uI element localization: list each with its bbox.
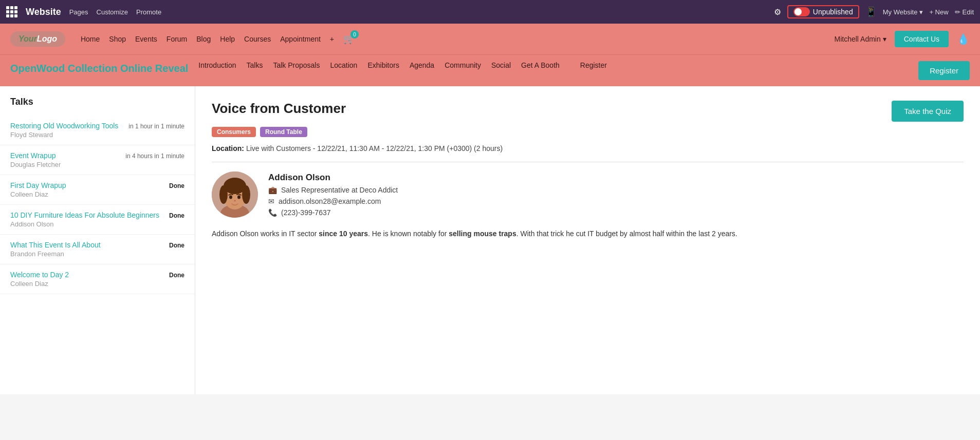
talk-time-done: Done [169,272,184,279]
talk-time: in 4 hours in 1 minute [125,152,184,160]
email-icon: ✉ [268,197,274,205]
nav-right: Mitchell Admin ▾ Contact Us 💧 [834,31,970,47]
logo-logo: Logo [37,34,57,44]
phone-icon: 📞 [268,208,277,217]
nav-appointment[interactable]: Appointment [280,35,321,43]
subnav-get-a-booth[interactable]: Get A Booth [521,61,560,69]
talk-time-done: Done [169,182,184,189]
event-nav: OpenWood Collection Online Reveal Introd… [0,54,980,86]
nav-plus[interactable]: + [330,35,334,43]
speaker-avatar [212,171,258,218]
cart-badge: 0 [350,30,359,39]
talk-item[interactable]: 10 DIY Furniture Ideas For Absolute Begi… [0,205,195,235]
new-btn[interactable]: + New [929,8,948,16]
location-row: Location: Live with Customers - 12/22/21… [212,144,964,162]
speaker-role: 💼 Sales Representative at Deco Addict [268,186,398,194]
event-title: OpenWood Collection Online Reveal [10,61,188,75]
speaker-info: Addison Olson 💼 Sales Representative at … [268,171,398,218]
talk-speaker: Colleen Diaz [10,280,184,288]
sidebar: Talks Restoring Old Woodworking Tools in… [0,86,195,394]
detail-title: Voice from Customer [212,101,346,117]
nav-blog[interactable]: Blog [196,35,211,43]
speaker-phone: 📞 (223)-399-7637 [268,208,398,217]
nav-events[interactable]: Events [135,35,157,43]
talk-title[interactable]: Event Wrapup [10,151,56,160]
talk-speaker: Colleen Diaz [10,190,184,198]
speaker-email: ✉ addison.olson28@example.com [268,197,398,205]
subnav-social[interactable]: Social [491,61,511,69]
nav-help[interactable]: Help [220,35,235,43]
talk-item[interactable]: What This Event Is All About Done Brando… [0,235,195,264]
detail-panel: Voice from Customer Take the Quiz Consum… [195,86,980,394]
talk-time-done: Done [169,242,184,249]
subnav-exhibitors[interactable]: Exhibitors [367,61,399,69]
nav-cart[interactable]: 🛒 0 [343,33,355,45]
my-website-btn[interactable]: My Website ▾ [883,8,923,16]
tag-row: Consumers Round Table [212,127,964,137]
subnav-location[interactable]: Location [330,61,357,69]
talk-speaker: Brandon Freeman [10,250,184,258]
speaker-section: Addison Olson 💼 Sales Representative at … [212,171,964,218]
talk-time-done: Done [169,212,184,219]
talk-speaker: Floyd Steward [10,131,184,139]
sidebar-title: Talks [0,97,195,116]
subnav-community[interactable]: Community [445,61,481,69]
unpublished-label: Unpublished [813,8,853,16]
subnav-talk-proposals[interactable]: Talk Proposals [273,61,320,69]
subnav-register[interactable]: Register [580,61,607,69]
pencil-icon: ✏ [955,8,960,16]
subnav-agenda[interactable]: Agenda [410,61,434,69]
website-nav: Your Logo Home Shop Events Forum Blog He… [0,24,980,54]
contact-us-button[interactable]: Contact Us [895,31,949,47]
chevron-down-icon: ▾ [919,8,923,16]
main-content: Talks Restoring Old Woodworking Tools in… [0,86,980,394]
speaker-name: Addison Olson [268,173,398,183]
talk-title[interactable]: What This Event Is All About [10,241,101,249]
talk-speaker: Addison Olson [10,220,184,228]
talk-item[interactable]: Restoring Old Woodworking Tools in 1 hou… [0,116,195,145]
logo[interactable]: Your Logo [10,31,65,47]
admin-brand: Website [26,7,61,17]
subnav-talks[interactable]: Talks [247,61,263,69]
take-quiz-button[interactable]: Take the Quiz [892,101,964,122]
briefcase-icon: 💼 [268,186,277,194]
talk-title[interactable]: First Day Wrapup [10,181,66,189]
admin-promote-link[interactable]: Promote [136,8,161,16]
admin-pages-link[interactable]: Pages [69,8,88,16]
unpublished-badge[interactable]: Unpublished [787,5,859,18]
tag-consumers: Consumers [212,127,256,137]
nav-links: Home Shop Events Forum Blog Help Courses… [81,33,824,45]
event-sub-links: Introduction Talks Talk Proposals Locati… [188,61,918,69]
mobile-icon[interactable]: 📱 [865,6,877,17]
talk-item[interactable]: First Day Wrapup Done Colleen Diaz [0,175,195,205]
svg-point-9 [234,200,236,202]
nav-forum[interactable]: Forum [167,35,187,43]
talk-title[interactable]: Restoring Old Woodworking Tools [10,122,118,130]
register-button[interactable]: Register [918,61,970,80]
admin-customize-link[interactable]: Customize [97,8,128,16]
admin-name-dropdown[interactable]: Mitchell Admin ▾ [834,35,886,43]
admin-bar: Website Pages Customize Promote ⚙ Unpubl… [0,0,980,24]
talk-item[interactable]: Event Wrapup in 4 hours in 1 minute Doug… [0,145,195,175]
nav-home[interactable]: Home [81,35,100,43]
logo-your: Your [19,34,37,44]
edit-btn[interactable]: ✏ Edit [955,8,974,16]
location-detail: Live with Customers - 12/22/21, 11:30 AM… [246,144,503,152]
detail-header: Voice from Customer Take the Quiz [212,101,964,122]
talk-item[interactable]: Welcome to Day 2 Done Colleen Diaz [0,264,195,294]
subnav-introduction[interactable]: Introduction [198,61,236,69]
svg-point-7 [229,196,232,199]
location-label: Location: [212,144,244,152]
svg-point-8 [237,196,241,199]
publish-toggle[interactable] [793,7,810,16]
talk-title[interactable]: Welcome to Day 2 [10,271,69,279]
chevron-down-icon: ▾ [883,35,886,43]
water-drop-icon: 💧 [957,33,970,45]
tag-round-table: Round Table [260,127,307,137]
talk-time: in 1 hour in 1 minute [128,123,184,130]
gear-icon[interactable]: ⚙ [774,7,781,17]
nav-shop[interactable]: Shop [109,35,126,43]
grid-icon[interactable] [6,6,17,17]
talk-title[interactable]: 10 DIY Furniture Ideas For Absolute Begi… [10,211,159,219]
nav-courses[interactable]: Courses [244,35,271,43]
